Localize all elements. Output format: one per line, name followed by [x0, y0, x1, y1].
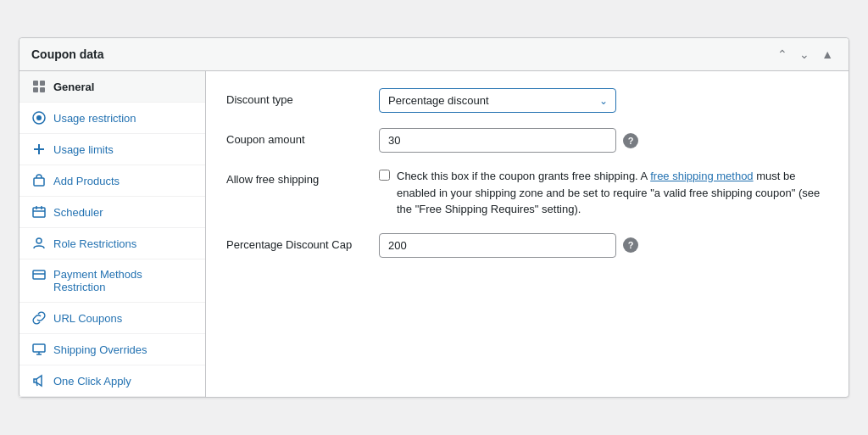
sidebar-item-add-products-label: Add Products	[53, 175, 193, 187]
coupon-amount-field: ?	[379, 128, 828, 153]
sidebar-item-payment-methods[interactable]: Payment Methods Restriction	[19, 259, 205, 303]
panel-controls: ⌃ ⌄ ▲	[774, 47, 837, 62]
sidebar-item-role-restrictions-label: Role Restrictions	[53, 237, 193, 250]
sidebar-item-url-coupons-label: URL Coupons	[53, 312, 193, 325]
shopping-bag-icon	[31, 174, 47, 187]
sidebar-item-scheduler-label: Scheduler	[53, 206, 193, 219]
allow-free-shipping-field: Check this box if the coupon grants free…	[379, 168, 828, 218]
free-shipping-checkbox-row: Check this box if the coupon grants free…	[379, 168, 828, 218]
coupon-amount-help-icon[interactable]: ?	[623, 133, 638, 148]
megaphone-icon	[31, 374, 47, 388]
sidebar-item-usage-restriction-label: Usage restriction	[53, 112, 193, 125]
svg-point-13	[36, 238, 42, 243]
percentage-discount-cap-label: Percentage Discount Cap	[226, 233, 379, 251]
allow-free-shipping-row: Allow free shipping Check this box if th…	[226, 168, 828, 218]
expand-button[interactable]: ▲	[818, 47, 837, 62]
discount-type-row: Discount type Percentage discount Fixed …	[226, 88, 828, 113]
coupon-amount-input[interactable]	[379, 128, 616, 153]
coupon-data-panel: Coupon data ⌃ ⌄ ▲ General Usage restrict	[19, 37, 849, 398]
svg-rect-16	[33, 344, 45, 352]
percentage-discount-cap-row: Percentage Discount Cap ?	[226, 233, 828, 258]
panel-body: General Usage restriction Usage limits	[19, 71, 849, 397]
coupon-amount-row: Coupon amount ?	[226, 128, 828, 153]
svg-rect-0	[33, 81, 38, 86]
main-content: Discount type Percentage discount Fixed …	[206, 71, 849, 397]
tag-icon	[31, 80, 47, 93]
sidebar-item-payment-methods-label: Payment Methods Restriction	[53, 268, 193, 293]
discount-type-label: Discount type	[226, 88, 379, 106]
percentage-discount-cap-input[interactable]	[379, 233, 616, 258]
sidebar-item-role-restrictions[interactable]: Role Restrictions	[19, 228, 205, 259]
link-icon	[31, 311, 47, 325]
svg-rect-9	[33, 208, 45, 217]
sidebar-item-one-click-apply[interactable]: One Click Apply	[19, 365, 205, 397]
free-shipping-link[interactable]: free shipping method	[650, 170, 753, 182]
circle-dot-icon	[31, 111, 47, 125]
sidebar-item-scheduler[interactable]: Scheduler	[19, 197, 205, 228]
percentage-discount-cap-field: ?	[379, 233, 828, 258]
svg-point-5	[36, 115, 42, 120]
svg-rect-1	[40, 81, 45, 86]
sidebar: General Usage restriction Usage limits	[19, 71, 206, 397]
svg-rect-3	[40, 87, 45, 92]
plus-cross-icon	[31, 142, 47, 156]
svg-rect-8	[34, 178, 44, 186]
sidebar-item-add-products[interactable]: Add Products	[19, 165, 205, 197]
sidebar-item-general[interactable]: General	[19, 71, 205, 103]
calendar-icon	[31, 205, 47, 219]
discount-type-field: Percentage discount Fixed cart discount …	[379, 88, 828, 113]
allow-free-shipping-checkbox[interactable]	[379, 170, 390, 181]
sidebar-item-general-label: General	[53, 81, 193, 93]
percentage-discount-cap-help-icon[interactable]: ?	[623, 237, 638, 253]
sidebar-item-url-coupons[interactable]: URL Coupons	[19, 303, 205, 334]
allow-free-shipping-label: Allow free shipping	[226, 168, 379, 186]
sidebar-item-one-click-apply-label: One Click Apply	[53, 375, 193, 388]
coupon-amount-label: Coupon amount	[226, 128, 379, 146]
collapse-up-button[interactable]: ⌃	[774, 47, 791, 62]
sidebar-item-usage-restriction[interactable]: Usage restriction	[19, 103, 205, 134]
monitor-icon	[31, 343, 47, 356]
sidebar-item-shipping-overrides-label: Shipping Overrides	[53, 343, 193, 356]
collapse-down-button[interactable]: ⌄	[796, 47, 813, 62]
allow-free-shipping-description: Check this box if the coupon grants free…	[397, 168, 828, 218]
person-icon	[31, 237, 47, 250]
sidebar-item-shipping-overrides[interactable]: Shipping Overrides	[19, 334, 205, 365]
svg-rect-2	[33, 87, 38, 92]
svg-rect-14	[33, 270, 45, 279]
credit-card-icon	[31, 268, 47, 282]
panel-header: Coupon data ⌃ ⌄ ▲	[19, 38, 849, 71]
discount-type-select[interactable]: Percentage discount Fixed cart discount …	[379, 88, 616, 113]
sidebar-item-usage-limits-label: Usage limits	[53, 143, 193, 156]
free-shipping-desc-part1: Check this box if the coupon grants free…	[397, 170, 650, 182]
sidebar-item-usage-limits[interactable]: Usage limits	[19, 134, 205, 165]
panel-title: Coupon data	[31, 47, 104, 61]
discount-type-select-wrapper: Percentage discount Fixed cart discount …	[379, 88, 616, 113]
